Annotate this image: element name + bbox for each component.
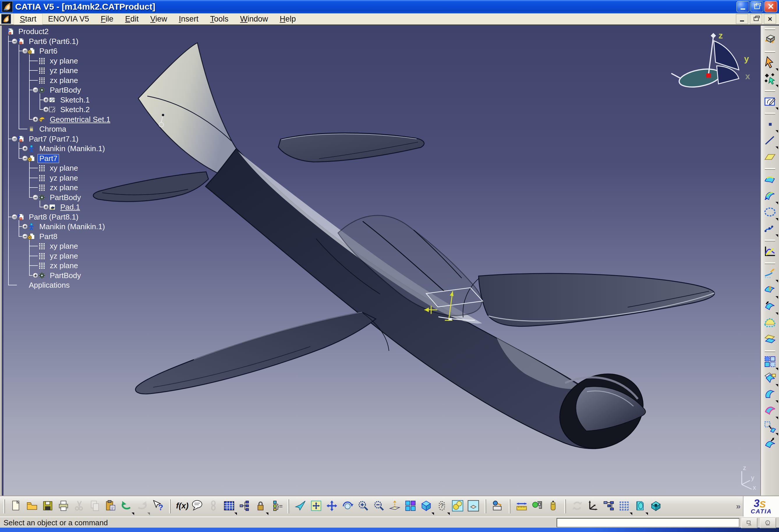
tree-expander-minus[interactable]: − — [22, 234, 28, 239]
tree-item-yz-plane[interactable]: yz plane — [4, 251, 167, 261]
toolbar-grip[interactable] — [564, 499, 566, 513]
tree-item-part6-part6-1[interactable]: −PPart6 (Part6.1) — [4, 37, 167, 46]
tree-item-partbody[interactable]: +PartBody — [4, 271, 167, 280]
tree-item-part7-part7-1[interactable]: −PPart7 (Part7.1) — [4, 134, 167, 144]
isometric-view-button[interactable] — [418, 498, 434, 515]
tree-expander-minus[interactable]: − — [12, 39, 17, 44]
undo-button[interactable] — [118, 498, 134, 515]
toolbar-grip[interactable] — [765, 113, 775, 114]
tree-expander-plus[interactable]: + — [43, 204, 49, 210]
measure-inertia-button[interactable] — [545, 498, 561, 515]
zoom-in-button[interactable] — [355, 498, 371, 515]
dropdown-arrow-icon[interactable] — [776, 218, 778, 221]
tree-expander-minus[interactable]: − — [33, 194, 39, 200]
menu-help[interactable]: Help — [274, 14, 302, 24]
select-button[interactable] — [762, 55, 778, 71]
tree-expander-minus[interactable]: − — [33, 87, 39, 93]
dropdown-arrow-icon[interactable] — [776, 146, 778, 149]
join-surfaces-button[interactable] — [762, 354, 778, 370]
dropdown-arrow-icon[interactable] — [776, 400, 778, 403]
tree-item-pad-1[interactable]: +Pad.1 — [4, 202, 167, 212]
dropdown-arrow-icon[interactable] — [147, 513, 150, 515]
tree-expander-plus[interactable]: + — [22, 224, 28, 229]
dropdown-arrow-icon[interactable] — [776, 384, 778, 387]
render-style-button[interactable] — [466, 498, 481, 515]
dropdown-arrow-icon[interactable] — [776, 417, 778, 419]
close-button[interactable]: ✕ — [765, 1, 777, 12]
boundary-button[interactable] — [762, 403, 778, 419]
toolbar-grip[interactable] — [509, 499, 510, 513]
tree-expander-minus[interactable]: − — [12, 136, 17, 142]
dropdown-arrow-icon[interactable] — [431, 513, 434, 515]
tree-item-xy-plane[interactable]: xy plane — [4, 56, 167, 66]
tree-expander-minus[interactable]: − — [12, 214, 17, 220]
fly-mode-button[interactable] — [293, 498, 308, 515]
toolbar-grip[interactable] — [485, 499, 486, 513]
tree-expander-plus[interactable]: + — [43, 97, 49, 103]
command-field-button[interactable] — [741, 518, 758, 528]
shading-with-edges-button[interactable] — [450, 498, 466, 515]
product-structure-button[interactable] — [601, 498, 616, 515]
smart-pick-button[interactable] — [762, 71, 778, 87]
toolbar-grip[interactable] — [765, 51, 775, 53]
workbench-surface-design-button[interactable] — [762, 32, 778, 48]
new-document-button[interactable] — [8, 498, 24, 515]
box-3d-button[interactable] — [648, 498, 664, 515]
toolbar-grip[interactable] — [288, 499, 289, 513]
tree-item-zx-plane[interactable]: zx plane — [4, 183, 167, 192]
menu-window[interactable]: Window — [234, 14, 274, 24]
dropdown-arrow-icon[interactable] — [776, 85, 778, 87]
minimize-button[interactable] — [736, 1, 749, 12]
tree-item-yz-plane[interactable]: yz plane — [4, 66, 167, 75]
grid-button[interactable] — [616, 498, 632, 515]
menu-insert[interactable]: Insert — [173, 14, 204, 24]
tree-item-sketch-2[interactable]: +Sketch.2 — [4, 105, 167, 114]
pan-button[interactable] — [324, 498, 340, 515]
tree-item-partbody[interactable]: −PartBody — [4, 85, 167, 95]
fill-surface-button[interactable] — [762, 315, 778, 332]
tree-item-part8-part8-1[interactable]: −PPart8 (Part8.1) — [4, 212, 167, 222]
paste-button[interactable] — [103, 498, 118, 515]
tree-expander-plus[interactable]: + — [43, 107, 49, 112]
measure-item-button[interactable] — [530, 498, 545, 515]
swap-visible-space-button[interactable] — [490, 498, 505, 515]
dropdown-arrow-icon[interactable] — [266, 513, 268, 515]
command-input[interactable] — [556, 518, 739, 527]
tree-expander-plus[interactable]: + — [22, 145, 28, 152]
tree-expander-minus[interactable]: − — [22, 48, 28, 54]
point-button[interactable] — [762, 116, 778, 133]
dropdown-arrow-icon[interactable] — [776, 433, 778, 435]
tree-item-xy-plane[interactable]: xy plane — [4, 241, 167, 251]
plane-button[interactable] — [762, 149, 778, 165]
tree-item-partbody[interactable]: −PartBody — [4, 193, 167, 202]
dropdown-arrow-icon[interactable] — [776, 68, 778, 71]
extract-button[interactable] — [762, 419, 778, 435]
dropdown-arrow-icon[interactable] — [234, 513, 237, 515]
extrapolate-button[interactable] — [762, 266, 778, 283]
dropdown-arrow-icon[interactable] — [776, 280, 778, 283]
tree-expander-plus[interactable]: + — [33, 116, 39, 122]
zoom-out-button[interactable] — [371, 498, 387, 515]
restore-button[interactable] — [751, 1, 763, 12]
catia-app-icon[interactable] — [2, 1, 13, 12]
sketcher-button[interactable] — [762, 94, 778, 110]
menu-tools[interactable]: Tools — [204, 14, 234, 24]
toolbar-grip[interactable] — [3, 499, 5, 513]
print-document-button[interactable] — [56, 498, 71, 515]
help-doc-button[interactable]: i — [760, 518, 776, 528]
tree-expander-plus[interactable]: + — [33, 273, 39, 278]
sweep-surface-button[interactable] — [762, 172, 778, 188]
toolbar-grip[interactable] — [765, 262, 775, 264]
minimize-document-button[interactable] — [736, 14, 748, 24]
tree-item-zx-plane[interactable]: zx plane — [4, 76, 167, 85]
toolbar-grip[interactable] — [169, 499, 171, 513]
normal-view-button[interactable] — [387, 498, 403, 515]
menu-start[interactable]: Start — [14, 14, 42, 24]
revolve-surface-button[interactable] — [762, 188, 778, 204]
comment-button[interactable] — [190, 498, 205, 515]
axis-system-button[interactable] — [585, 498, 601, 515]
measure-between-button[interactable] — [514, 498, 530, 515]
dropdown-arrow-icon[interactable] — [776, 368, 778, 370]
lock-button[interactable] — [253, 498, 268, 515]
dropdown-arrow-icon[interactable] — [776, 296, 778, 299]
